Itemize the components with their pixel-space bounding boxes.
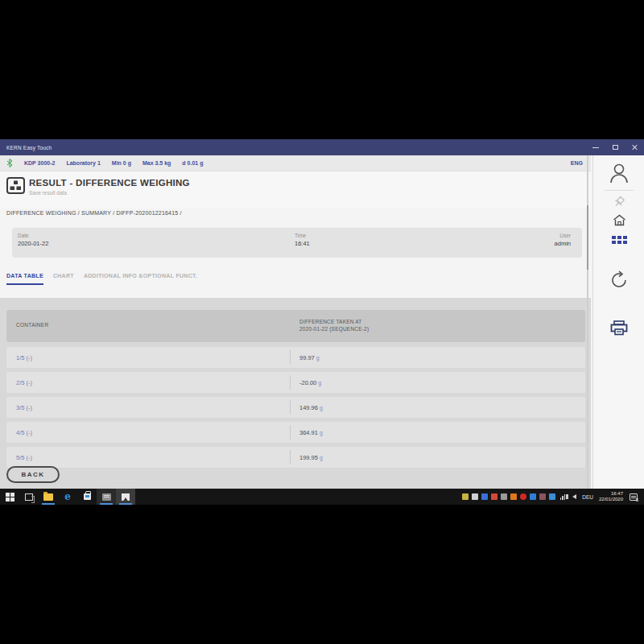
user-label: User — [555, 233, 571, 238]
value-cell: 364.91g — [299, 429, 323, 436]
pin-button[interactable] — [593, 196, 644, 208]
right-sidebar — [592, 155, 644, 489]
date-cell: Date 2020-01-22 — [18, 233, 48, 247]
app-window-button[interactable] — [97, 489, 116, 505]
photos-button[interactable] — [116, 489, 135, 505]
tray-icon[interactable] — [539, 493, 546, 500]
date-value: 2020-01-22 — [18, 240, 48, 247]
container-cell: 3/5 (-) — [16, 404, 32, 411]
minimize-button[interactable] — [586, 139, 605, 155]
tray-icon[interactable] — [472, 493, 478, 500]
pin-icon — [613, 196, 625, 208]
file-explorer-button[interactable] — [39, 489, 58, 505]
window-titlebar: KERN Easy Touch — [0, 139, 644, 155]
time-cell: Time 16:41 — [295, 233, 310, 247]
sidebar-divider — [605, 190, 634, 191]
page-title: RESULT - DIFFERENCE WEIGHING — [29, 178, 190, 188]
table-row[interactable]: 2/5 (-) -20.00g — [6, 372, 585, 393]
action-center-icon[interactable]: 5 — [630, 493, 638, 501]
page-subtitle: Save result data — [29, 190, 67, 196]
weight-value: 99.97 — [299, 354, 315, 361]
weight-unit: g — [316, 355, 320, 361]
weight-value: 199.95 — [299, 454, 318, 461]
user-icon — [607, 161, 631, 185]
menu-button[interactable] — [593, 236, 644, 244]
tray-icon[interactable] — [501, 493, 507, 500]
difference-header-line1: DIFFERENCE TAKEN AT — [299, 318, 369, 325]
table-row[interactable]: 3/5 (-) 149.96g — [6, 397, 585, 418]
tray-icon[interactable] — [549, 493, 555, 500]
bluetooth-tray-icon[interactable] — [530, 493, 536, 500]
device-name[interactable]: KDP 3000-2 — [24, 160, 55, 166]
edge-button[interactable]: e — [58, 489, 77, 505]
tray-icon[interactable] — [462, 493, 469, 500]
system-tray: DEU 16:47 22/01/2020 5 — [459, 489, 644, 505]
weight-value: 364.91 — [299, 429, 318, 436]
tab-additional-info[interactable]: ADDITIONAL INFO &OPTIONAL FUNCT. — [84, 273, 197, 285]
store-button[interactable] — [77, 489, 97, 505]
clock[interactable]: 16:47 22/01/2020 — [599, 491, 623, 502]
scrollbar[interactable] — [587, 155, 588, 489]
windows-taskbar: e DEU 16:47 22/01/2020 5 — [0, 489, 644, 505]
time-value: 16:41 — [295, 240, 310, 247]
difference-header-line2: 2020-01-22 (SEQUENCE-2) — [299, 325, 369, 332]
tray-icon[interactable] — [510, 493, 517, 500]
language-selector[interactable]: ENG — [571, 160, 583, 166]
taskbar-apps: e — [0, 489, 135, 505]
apps-grid-icon — [612, 236, 627, 244]
print-button[interactable] — [593, 320, 644, 336]
value-cell: 199.95g — [299, 454, 323, 461]
column-divider — [290, 450, 291, 464]
refresh-icon — [609, 270, 630, 291]
photos-icon — [122, 493, 130, 501]
close-button[interactable] — [625, 139, 644, 155]
location-name[interactable]: Laboratory 1 — [66, 160, 100, 166]
clock-time: 16:47 — [599, 491, 623, 497]
bluetooth-icon[interactable] — [6, 159, 13, 167]
difference-column-header: DIFFERENCE TAKEN AT 2020-01-22 (SEQUENCE… — [299, 318, 369, 332]
container-cell: 5/5 (-) — [16, 454, 32, 461]
printer-icon — [610, 320, 628, 336]
table-row[interactable]: 5/5 (-) 199.95g — [6, 447, 585, 468]
edge-icon: e — [64, 491, 71, 502]
data-table-section: CONTAINER DIFFERENCE TAKEN AT 2020-01-22… — [0, 298, 591, 489]
weight-value: -20.00 — [299, 379, 316, 386]
breadcrumb: DIFFERENCE WEIGHING / SUMMARY / DIFFP-20… — [6, 210, 182, 216]
weight-value: 149.96 — [299, 404, 318, 411]
min-capacity: Min 0 g — [112, 160, 131, 166]
store-bag-icon — [84, 493, 91, 500]
value-cell: 99.97g — [299, 354, 320, 361]
weight-unit: g — [320, 430, 323, 436]
tray-icon[interactable] — [491, 493, 497, 500]
time-label: Time — [295, 233, 310, 238]
language-indicator[interactable]: DEU — [582, 494, 593, 500]
scrollbar-thumb[interactable] — [587, 205, 588, 270]
app-window: KERN Easy Touch KDP 3000-2 Laboratory 1 … — [0, 139, 644, 505]
tab-chart[interactable]: CHART — [53, 273, 74, 285]
refresh-button[interactable] — [593, 270, 644, 291]
table-row[interactable]: 4/5 (-) 364.91g — [6, 422, 585, 443]
maximize-button[interactable] — [605, 139, 625, 155]
task-view-button[interactable] — [19, 489, 39, 505]
result-info-card: Date 2020-01-22 Time 16:41 User admin — [12, 228, 582, 258]
minimize-icon — [592, 147, 599, 148]
tray-icon[interactable] — [481, 493, 488, 500]
table-row[interactable]: 1/5 (-) 99.97g — [6, 347, 585, 368]
column-divider — [290, 400, 291, 415]
back-button[interactable]: BACK — [6, 466, 60, 483]
close-icon — [631, 144, 638, 151]
volume-icon[interactable] — [572, 494, 576, 499]
windows-logo-icon — [6, 493, 14, 502]
start-button[interactable] — [0, 489, 19, 505]
column-divider — [290, 375, 291, 390]
clock-date: 22/01/2020 — [599, 497, 623, 502]
weight-unit: g — [320, 455, 323, 460]
user-profile-button[interactable] — [593, 161, 644, 185]
tab-data-table[interactable]: DATA TABLE — [6, 273, 43, 285]
home-button[interactable] — [593, 214, 644, 226]
user-cell: User admin — [555, 233, 571, 247]
weight-unit: g — [320, 405, 323, 411]
tray-icon[interactable] — [520, 493, 526, 500]
network-icon[interactable] — [559, 494, 566, 500]
page-header: RESULT - DIFFERENCE WEIGHING Save result… — [0, 171, 591, 208]
